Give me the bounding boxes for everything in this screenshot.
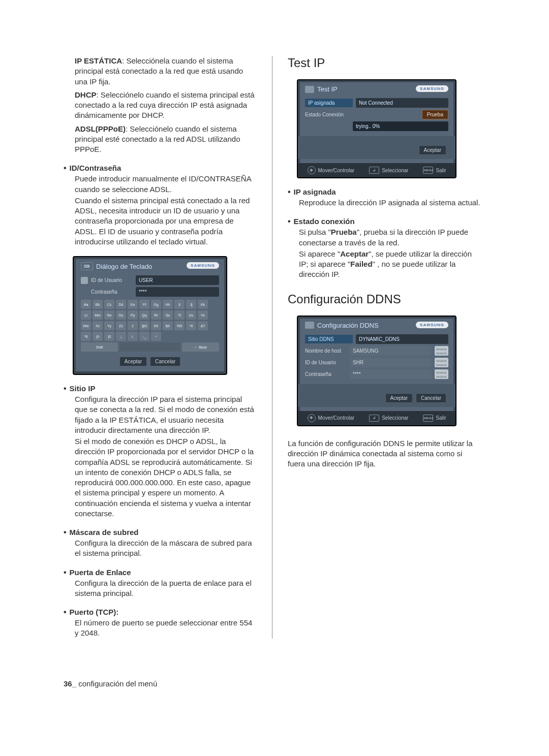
key-&7[interactable]: &7 [198, 321, 208, 330]
key-Dd[interactable]: Dd [116, 300, 126, 309]
key-$4[interactable]: $4 [163, 321, 173, 330]
adsl-label: ADSL(PPPoE) [75, 124, 126, 133]
sitio-p1: Configura la dirección IP para el sistem… [75, 394, 257, 435]
virtual-keyboard: AaBbCcDdEeFfGgHhIiJjKkLlMmNnOoPpQqRrSsTt… [81, 300, 219, 341]
page-number: 36_ [64, 679, 76, 688]
mask-p: Configura la dirección de la máscara de … [75, 538, 257, 559]
key-Tt[interactable]: Tt [174, 310, 185, 320]
key-Qq[interactable]: Qq [139, 310, 149, 320]
id-para2: Cuando el sistema principal está conecta… [75, 196, 257, 247]
key-Ww[interactable]: Ww [81, 321, 91, 330]
key-Yy[interactable]: Yy [104, 321, 114, 330]
ddns-accept-button[interactable]: Aceptar [385, 393, 413, 403]
ddns-r3-value[interactable]: SHR [350, 358, 432, 367]
key-Jj[interactable]: Jj [186, 300, 196, 309]
ddns-r3-label: ID de Usuario [305, 360, 347, 365]
kb-pass-value[interactable]: **** [136, 287, 219, 297]
key-@2[interactable]: @2 [139, 321, 149, 330]
estado-label: Estado conexión [294, 217, 355, 226]
key-Ff[interactable]: Ff [139, 300, 149, 309]
bullet-dot: • [64, 164, 67, 173]
ddns-panel: SAMSUNG Configuración DDNS Sitio DDNS DY… [297, 316, 456, 426]
key-1[interactable]: 1 [128, 321, 138, 330]
kb-user-row: ID de Usuario USER [81, 275, 219, 285]
key-Pp[interactable]: Pp [128, 310, 138, 320]
ddns-title-text: Configuración DDNS [317, 322, 379, 329]
key-Mm[interactable]: Mm [93, 310, 103, 320]
space-key[interactable] [119, 342, 180, 352]
right-column: Test IP SAMSUNG Test IP IP asignada Not … [288, 56, 481, 639]
adsl-para: ADSL(PPPoE): Selecciónelo cuando el sist… [75, 124, 257, 155]
key-Rr[interactable]: Rr [151, 310, 161, 320]
testip-accept-button[interactable]: Aceptar [419, 145, 446, 155]
key-Ll[interactable]: Ll [81, 310, 91, 320]
key-Kk[interactable]: Kk [198, 300, 208, 309]
ddns-r4-label: Contraseña [305, 371, 347, 377]
enter-icon: ↲ [369, 415, 379, 422]
testip-panel: SAMSUNG Test IP IP asignada Not Connecte… [297, 79, 456, 178]
key--_[interactable]: -_ [139, 332, 149, 341]
checkbox-icon[interactable] [81, 277, 88, 284]
kb-user-value[interactable]: USER [136, 275, 219, 285]
key-Uu[interactable]: Uu [186, 310, 196, 320]
network-icon [305, 322, 314, 329]
ddns-cancel-button[interactable]: Cancelar [416, 393, 446, 403]
prueba-button[interactable]: Prueba [422, 110, 448, 119]
enter-icon: ↲ [369, 167, 379, 174]
f1: Mover/Controlar [318, 415, 355, 421]
logo-badge: SAMSUNG [416, 322, 448, 328]
sitio-bullet: • Sitio IP [64, 384, 257, 393]
key-~'[interactable]: ~' [151, 332, 161, 341]
f2: Seleccionar [382, 415, 408, 421]
key-Ee[interactable]: Ee [128, 300, 138, 309]
testip-dark-area: Aceptar [298, 136, 455, 159]
key-Zz[interactable]: Zz [116, 321, 126, 330]
port-bullet: • Puerto (TCP): [64, 608, 257, 617]
kb-accept-button[interactable]: Aceptar [119, 357, 147, 366]
testip-estado-label: Estado Conexión [305, 112, 347, 117]
back-key[interactable]: ← Back [182, 342, 219, 352]
f1: Mover/Controlar [318, 168, 355, 173]
key-(9[interactable]: (9 [93, 332, 103, 341]
key-#3[interactable]: #3 [151, 321, 161, 330]
key-Bb[interactable]: Bb [93, 300, 103, 309]
key-%5[interactable]: %5 [174, 321, 185, 330]
ddns-r4-value[interactable]: **** [350, 369, 432, 379]
page: IP ESTÁTICA: Selecciónela cuando el sist… [0, 0, 549, 679]
ddns-r1-value[interactable]: DYNAMIC_DDNS [356, 334, 448, 344]
keyboard-icon[interactable]: ▭▭▭▭▭▭ [435, 369, 448, 379]
ddns-footer-bar: ✥Mover/Controlar ↲Seleccionar MENUSalir [298, 411, 455, 425]
key-Hh[interactable]: Hh [163, 300, 173, 309]
ddns-p: La función de configuración DDNS le perm… [288, 438, 481, 469]
move-icon: ✥ [308, 166, 316, 174]
move-icon: ✥ [308, 414, 316, 422]
kb-pass-label: Contraseña [91, 289, 133, 295]
key-/.[interactable]: /. [128, 332, 138, 341]
key-^6[interactable]: ^6 [186, 321, 196, 330]
keyboard-icon[interactable]: ▭▭▭▭▭▭ [435, 346, 448, 356]
keyboard-icon: ⌨ [81, 262, 93, 270]
id-section-label: ID/Contraseña [70, 164, 121, 173]
key-Ii[interactable]: Ii [174, 300, 185, 309]
ddns-r2-value[interactable]: SAMSUNG [350, 346, 432, 356]
key-Cc[interactable]: Cc [104, 300, 114, 309]
testip-ip-label: IP asignada [305, 99, 353, 107]
key-Oo[interactable]: Oo [116, 310, 126, 320]
key-Xx[interactable]: Xx [93, 321, 103, 330]
key-Gg[interactable]: Gg [151, 300, 161, 309]
port-p: El número de puerto se puede seleccionar… [75, 618, 257, 639]
keyboard-icon[interactable]: ▭▭▭▭▭▭ [435, 358, 448, 367]
key-Ss[interactable]: Ss [163, 310, 173, 320]
mask-label: Máscara de subred [70, 528, 139, 537]
key-Aa[interactable]: Aa [81, 300, 91, 309]
key-Nn[interactable]: Nn [104, 310, 114, 320]
keyboard-dialog-figure: SAMSUNG ⌨ Diálogo de Teclado ID de Usuar… [73, 256, 257, 375]
key-:,[interactable]: :, [116, 332, 126, 341]
ip-asig-bullet: • IP asignada [288, 187, 481, 197]
key-*8[interactable]: *8 [81, 332, 91, 341]
estado-p2: Si aparece "Aceptar", se puede utilizar … [299, 249, 481, 280]
kb-cancel-button[interactable]: Cancelar [150, 357, 180, 366]
key-Vv[interactable]: Vv [198, 310, 208, 320]
key-)0[interactable]: )0 [104, 332, 114, 341]
shift-key[interactable]: Shift [81, 342, 118, 352]
